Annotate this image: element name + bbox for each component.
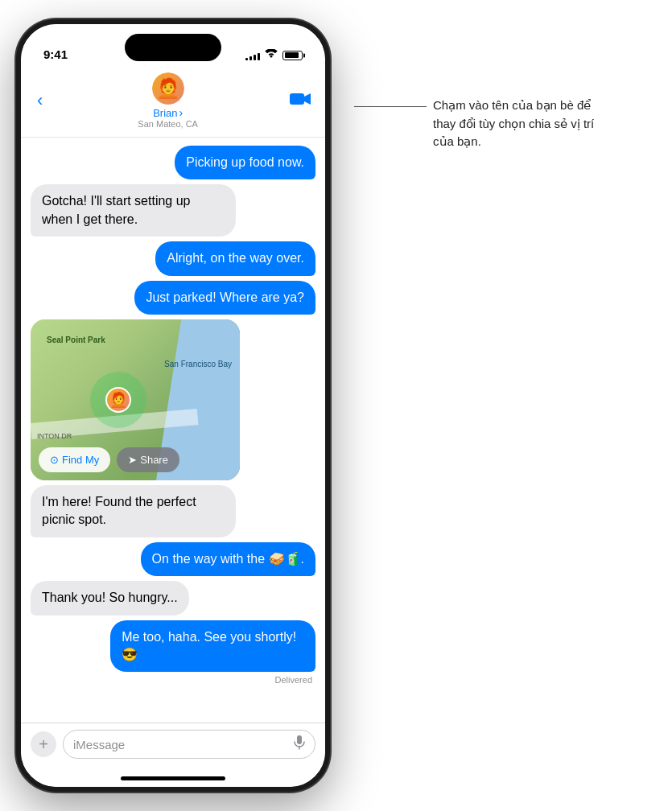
signal-bar-2 (249, 56, 252, 60)
phone-wrapper: 9:41 ‹ (0, 0, 346, 811)
battery-icon (282, 51, 303, 60)
battery-fill (285, 52, 299, 58)
message-text: Gotcha! I'll start setting up when I get… (42, 194, 190, 225)
wifi-icon (265, 49, 278, 61)
map-label-park: Seal Point Park (47, 336, 105, 344)
share-icon: ➤ (128, 454, 137, 466)
message-bubble-sent-5: Me too, haha. See you shortly! 😎 (110, 620, 315, 673)
contact-info[interactable]: 🧑‍🦰 Brian San Mateo, CA (138, 72, 198, 129)
share-label: Share (140, 454, 168, 466)
message-text: On the way with the 🥪🧃. (152, 552, 304, 566)
message-bubble-sent-2: Alright, on the way over. (155, 241, 315, 275)
nav-header: ‹ 🧑‍🦰 Brian San Mateo, CA (21, 68, 325, 138)
message-row: Alright, on the way over. (31, 241, 315, 275)
phone-inner: 9:41 ‹ (21, 24, 325, 787)
dynamic-island (125, 34, 221, 61)
find-my-label: Find My (62, 454, 99, 466)
back-button[interactable]: ‹ (34, 87, 46, 114)
message-bubble-sent-4: On the way with the 🥪🧃. (141, 542, 315, 576)
input-placeholder: iMessage (73, 738, 125, 751)
message-text: I'm here! Found the perfect picnic spot. (42, 495, 196, 526)
messages-area: Picking up food now. Gotcha! I'll start … (21, 138, 325, 722)
message-row: Me too, haha. See you shortly! 😎 (31, 620, 315, 673)
message-row: Gotcha! I'll start setting up when I get… (31, 184, 315, 237)
annotation-area: Chạm vào tên của bạn bè để thay đổi tùy … (346, 0, 672, 811)
avatar: 🧑‍🦰 (152, 72, 184, 105)
contact-name[interactable]: Brian (153, 106, 183, 119)
message-row: Thank you! So hungry... (31, 581, 315, 615)
status-time: 9:41 (43, 47, 68, 61)
signal-bar-4 (258, 53, 260, 60)
message-input-wrapper[interactable]: iMessage (63, 730, 315, 759)
find-my-button[interactable]: ⊙ Find My (39, 447, 110, 472)
message-bubble-sent-3: Just parked! Where are ya? (134, 281, 315, 315)
find-my-icon: ⊙ (50, 454, 59, 466)
map-buttons: ⊙ Find My ➤ Share (39, 447, 179, 472)
plus-button[interactable]: + (31, 731, 56, 757)
map-bubble[interactable]: Seal Point Park San Francisco Bay INTON … (31, 319, 240, 480)
status-icons (245, 49, 303, 61)
plus-icon: + (39, 735, 48, 754)
signal-bar-1 (245, 58, 248, 60)
message-bubble-sent-1: Picking up food now. (175, 146, 315, 179)
map-label-road: INTON DR (37, 432, 72, 440)
share-button[interactable]: ➤ Share (117, 447, 179, 472)
avatar-emoji: 🧑‍🦰 (152, 72, 184, 105)
message-row: Picking up food now. (31, 146, 315, 179)
message-text: Just parked! Where are ya? (146, 290, 304, 304)
message-text: Picking up food now. (186, 155, 304, 169)
message-bubble-received-2: I'm here! Found the perfect picnic spot. (31, 485, 236, 537)
location-pin: 🧑‍🦰 (90, 372, 146, 428)
message-bubble-received-3: Thank you! So hungry... (31, 581, 189, 615)
message-text: Thank you! So hungry... (42, 591, 178, 604)
input-area: + iMessage (21, 722, 325, 772)
message-row: On the way with the 🥪🧃. (31, 542, 315, 576)
home-indicator (121, 776, 225, 780)
svg-rect-1 (297, 735, 302, 744)
location-avatar: 🧑‍🦰 (105, 387, 131, 413)
signal-bars (245, 51, 260, 60)
message-row: Just parked! Where are ya? (31, 281, 315, 315)
delivered-label: Delivered (31, 675, 315, 685)
svg-rect-0 (290, 93, 304, 105)
mic-button[interactable] (294, 735, 305, 753)
message-text: Me too, haha. See you shortly! 😎 (122, 630, 296, 661)
map-label-bay: San Francisco Bay (164, 360, 232, 368)
location-circle: 🧑‍🦰 (90, 372, 146, 428)
video-call-button[interactable] (290, 91, 312, 111)
annotation-line (354, 106, 427, 107)
contact-location: San Mateo, CA (138, 119, 198, 129)
message-row: I'm here! Found the perfect picnic spot. (31, 485, 315, 537)
phone-frame: 9:41 ‹ (16, 19, 330, 792)
message-text: Alright, on the way over. (167, 251, 304, 265)
message-bubble-received-1: Gotcha! I'll start setting up when I get… (31, 184, 236, 237)
annotation-text: Chạm vào tên của bạn bè để thay đổi tùy … (427, 97, 596, 151)
signal-bar-3 (254, 55, 256, 60)
map-message-row: Seal Point Park San Francisco Bay INTON … (31, 319, 315, 480)
